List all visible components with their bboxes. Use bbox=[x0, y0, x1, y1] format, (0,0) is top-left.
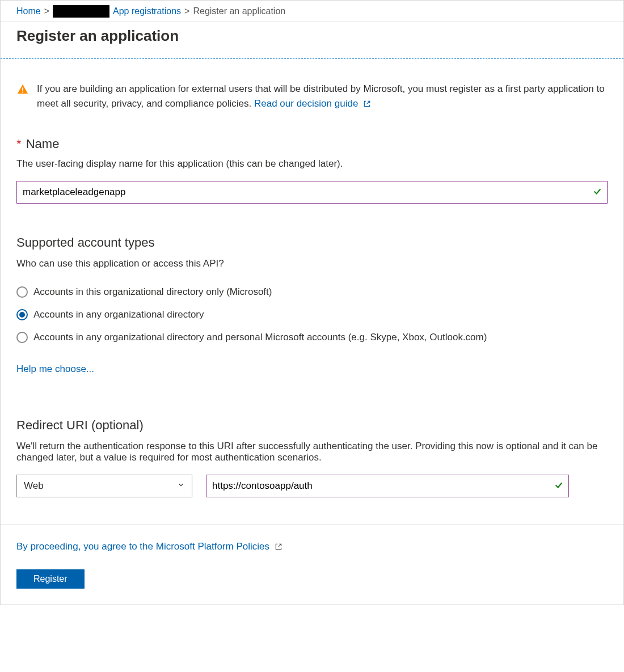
name-description: The user-facing display name for this ap… bbox=[16, 158, 608, 170]
valid-check-icon bbox=[593, 187, 602, 198]
external-link-icon bbox=[275, 542, 283, 553]
warning-icon bbox=[16, 82, 29, 112]
radio-label: Accounts in any organizational directory bbox=[33, 309, 204, 320]
info-notice: If you are building an application for e… bbox=[16, 82, 608, 112]
account-type-option-0[interactable]: Accounts in this organizational director… bbox=[16, 281, 608, 303]
breadcrumb-separator: > bbox=[184, 6, 189, 16]
breadcrumb-home[interactable]: Home bbox=[16, 6, 41, 16]
page-title: Register an application bbox=[16, 27, 608, 45]
name-label: * Name bbox=[16, 137, 608, 151]
breadcrumb-tenant-redacted bbox=[53, 5, 109, 18]
account-types-question: Who can use this application or access t… bbox=[16, 258, 608, 269]
name-input[interactable] bbox=[16, 181, 608, 204]
account-types-radiogroup: Accounts in this organizational director… bbox=[16, 281, 608, 349]
external-link-icon bbox=[363, 98, 371, 112]
svg-rect-0 bbox=[22, 87, 23, 91]
register-button[interactable]: Register bbox=[16, 569, 85, 589]
breadcrumb-app-registrations[interactable]: App registrations bbox=[113, 6, 181, 16]
redirect-uri-description: We'll return the authentication response… bbox=[16, 441, 608, 463]
valid-check-icon bbox=[554, 481, 563, 492]
redirect-type-select[interactable]: Web bbox=[16, 475, 192, 497]
account-type-option-2[interactable]: Accounts in any organizational directory… bbox=[16, 326, 608, 349]
help-me-choose-link[interactable]: Help me choose... bbox=[16, 364, 94, 374]
radio-button[interactable] bbox=[16, 309, 28, 320]
account-type-option-1[interactable]: Accounts in any organizational directory bbox=[16, 303, 608, 326]
svg-rect-1 bbox=[22, 92, 23, 93]
platform-policies-link[interactable]: By proceeding, you agree to the Microsof… bbox=[16, 541, 283, 552]
redirect-uri-heading: Redirect URI (optional) bbox=[16, 418, 608, 433]
breadcrumb-separator: > bbox=[44, 6, 49, 16]
chevron-down-icon bbox=[177, 480, 185, 492]
radio-label: Accounts in any organizational directory… bbox=[33, 332, 487, 343]
radio-button[interactable] bbox=[16, 332, 28, 343]
radio-button[interactable] bbox=[16, 286, 28, 298]
breadcrumb-current: Register an application bbox=[193, 6, 285, 16]
required-indicator: * bbox=[16, 137, 22, 151]
breadcrumb: Home > App registrations > Register an a… bbox=[1, 1, 623, 22]
radio-label: Accounts in this organizational director… bbox=[33, 286, 272, 298]
redirect-type-value: Web bbox=[24, 480, 44, 492]
decision-guide-link[interactable]: Read our decision guide bbox=[254, 98, 371, 109]
redirect-uri-input[interactable] bbox=[206, 475, 569, 497]
account-types-heading: Supported account types bbox=[16, 235, 608, 250]
